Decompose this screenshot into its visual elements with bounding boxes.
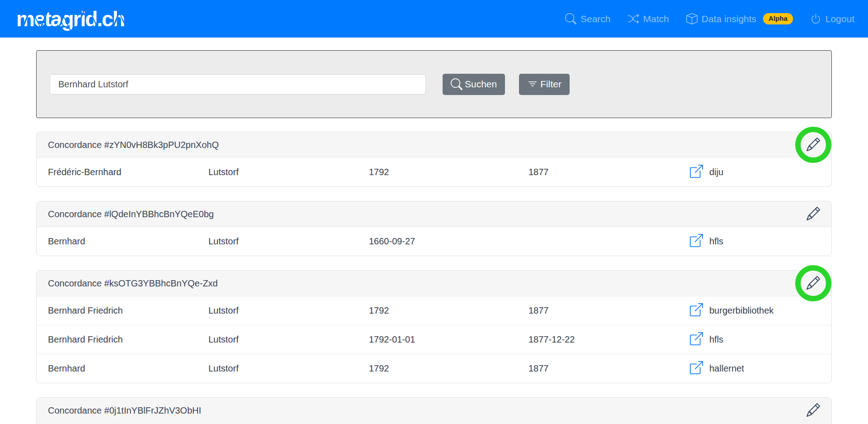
cube-icon [686,13,698,24]
external-link-icon [690,165,703,180]
concordance-card-header: Concordance #zYN0vH8Bk3pPU2pnXohQ [37,132,831,157]
concordance-row: Frédéric-Bernhard Lutstorf 1792 1877 dij… [37,157,831,186]
pencil-icon [807,138,820,152]
concordance-card: Concordance #0j1tInYBlFrJZhV3ObHI [36,397,832,424]
provider-link[interactable]: diju [690,165,820,180]
concordance-title: Concordance #0j1tInYBlFrJZhV3ObHI [48,405,201,416]
first-name-cell: Bernhard [48,236,208,247]
external-link-icon [690,303,703,319]
edit-concordance-button[interactable] [807,276,820,291]
last-name-cell: Lutstorf [208,305,369,316]
pencil-icon [807,276,820,291]
nav-item-label: Match [643,14,669,24]
edit-wrap [807,276,820,291]
first-name-cell: Bernhard [48,363,208,374]
search-button-label: Suchen [465,79,497,90]
concordance-card-header: Concordance #lQdeInYBBhcBnYQeE0bg [37,201,831,227]
death-date-cell: 1877 [528,305,690,316]
provider-link[interactable]: hfls [690,332,820,348]
concordance-row: Bernhard Friedrich Lutstorf 1792 1877 bu… [37,296,831,325]
first-name-cell: Bernhard Friedrich [48,334,208,345]
concordance-row: Bernhard Friedrich Lutstorf 1792-01-01 1… [37,325,831,354]
birth-date-cell: 1792-01-01 [369,334,528,345]
concordance-card: Concordance #lQdeInYBBhcBnYQeE0bg Bernha… [36,201,832,256]
provider-name: burgerbibliothek [709,305,774,316]
nav-item-label: Data insights [702,14,756,24]
death-date-cell: 1877 [528,363,690,374]
shuffle-icon [628,13,639,24]
death-date-cell: 1877 [528,167,690,177]
provider-link[interactable]: hallernet [690,361,820,376]
external-link-icon [690,332,703,348]
nav-item-data-insights[interactable]: Data insights Alpha [686,13,793,24]
concordance-card: Concordance #zYN0vH8Bk3pPU2pnXohQ Frédér… [36,132,832,187]
first-name-cell: Bernhard Friedrich [48,305,208,316]
concordance-card-header: Concordance #ksOTG3YBBhcBnYQe-Zxd [37,271,831,296]
last-name-cell: Lutstorf [208,363,369,374]
filter-icon [527,79,538,90]
edit-concordance-button[interactable] [807,403,820,418]
nav-item-label: Logout [826,14,854,24]
search-icon [451,78,462,90]
edit-wrap [807,207,820,222]
concordance-row: Bernhard Lutstorf 1792 1877 hallernet [37,354,831,383]
main-content: Suchen Filter Concordance #zYN0vH8Bk3pPU… [36,50,832,424]
brand-logo[interactable]: metagrid.ch [14,8,127,30]
first-name-cell: Frédéric-Bernhard [48,167,208,177]
provider-link[interactable]: hfls [690,234,820,249]
nav-links: Search Match Data insights Alpha Logout [565,13,854,24]
external-link-icon [690,361,703,376]
filter-button[interactable]: Filter [519,74,570,95]
last-name-cell: Lutstorf [208,236,369,247]
provider-name: hfls [709,236,723,247]
nav-item-search[interactable]: Search [565,13,611,24]
birth-date-cell: 1660-09-27 [369,236,528,247]
power-icon [810,13,821,24]
top-navbar: metagrid.ch Search Match Data insights A… [0,0,868,38]
search-button[interactable]: Suchen [443,74,505,95]
edit-concordance-button[interactable] [807,207,820,222]
provider-name: diju [709,167,723,177]
search-panel: Suchen Filter [36,50,832,118]
pencil-icon [807,403,820,418]
search-input[interactable] [50,74,426,95]
provider-link[interactable]: burgerbibliothek [690,303,820,319]
concordance-title: Concordance #ksOTG3YBBhcBnYQe-Zxd [48,278,218,289]
pencil-icon [807,207,820,222]
provider-name: hfls [709,334,723,345]
search-icon [565,13,576,24]
concordance-title: Concordance #lQdeInYBBhcBnYQeE0bg [48,209,214,219]
provider-name: hallernet [709,363,744,374]
edit-wrap [807,403,820,418]
birth-date-cell: 1792 [369,305,528,316]
edit-wrap [807,138,820,152]
nav-item-logout[interactable]: Logout [810,13,854,24]
concordance-title: Concordance #zYN0vH8Bk3pPU2pnXohQ [48,140,219,150]
external-link-icon [690,234,703,249]
nav-item-label: Search [580,14,611,24]
concordance-card-header: Concordance #0j1tInYBlFrJZhV3ObHI [37,398,831,423]
filter-button-label: Filter [540,79,561,90]
birth-date-cell: 1792 [369,167,528,177]
concordance-list: Concordance #zYN0vH8Bk3pPU2pnXohQ Frédér… [36,132,832,424]
last-name-cell: Lutstorf [208,167,369,177]
concordance-row: Bernhard Lutstorf 1660-09-27 hfls [37,227,831,256]
death-date-cell: 1877-12-22 [528,334,690,345]
edit-concordance-button[interactable] [807,138,820,152]
birth-date-cell: 1792 [369,363,528,374]
concordance-card: Concordance #ksOTG3YBBhcBnYQe-Zxd Bernha… [36,270,832,383]
nav-item-match[interactable]: Match [628,13,669,24]
last-name-cell: Lutstorf [208,334,369,345]
alpha-badge: Alpha [763,13,793,24]
